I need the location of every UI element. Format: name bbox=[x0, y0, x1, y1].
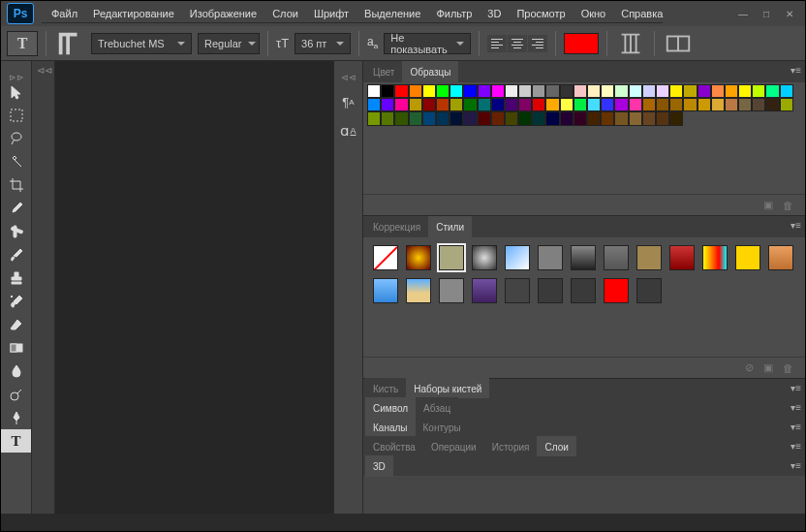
style-preset[interactable] bbox=[505, 245, 530, 270]
swatch[interactable] bbox=[614, 111, 628, 125]
swatch[interactable] bbox=[629, 111, 642, 125]
tab-properties[interactable]: Свойства bbox=[365, 436, 423, 457]
align-left-button[interactable] bbox=[487, 35, 507, 52]
close-icon[interactable]: ✕ bbox=[778, 5, 801, 22]
swatch[interactable] bbox=[545, 111, 559, 125]
tool-preset[interactable]: T bbox=[7, 31, 38, 56]
swatch[interactable] bbox=[698, 84, 711, 98]
swatch[interactable] bbox=[422, 98, 436, 111]
swatch[interactable] bbox=[642, 111, 656, 125]
paragraph-panel-icon[interactable]: ¶A bbox=[338, 92, 359, 111]
swatch[interactable] bbox=[478, 98, 491, 111]
expand-dock-icon[interactable]: ⊲⊲ bbox=[341, 73, 356, 82]
swatch[interactable] bbox=[587, 111, 601, 125]
swatch[interactable] bbox=[394, 111, 408, 125]
swatch[interactable] bbox=[574, 111, 587, 125]
menu-шрифт[interactable]: Шрифт bbox=[314, 8, 349, 19]
swatch[interactable] bbox=[505, 98, 518, 111]
style-preset[interactable] bbox=[571, 278, 596, 303]
tab-color[interactable]: Цвет bbox=[365, 61, 402, 82]
align-center-button[interactable] bbox=[508, 35, 527, 52]
menu-справка[interactable]: Справка bbox=[621, 8, 663, 19]
style-preset[interactable] bbox=[439, 245, 464, 270]
style-preset[interactable] bbox=[538, 278, 563, 303]
swatch[interactable] bbox=[381, 84, 394, 98]
swatch[interactable] bbox=[545, 98, 559, 111]
swatch[interactable] bbox=[587, 84, 601, 98]
font-family-dropdown[interactable]: Trebuchet MS bbox=[91, 33, 192, 54]
swatch[interactable] bbox=[463, 84, 477, 98]
menu-слои[interactable]: Слои bbox=[272, 8, 298, 19]
swatch[interactable] bbox=[532, 98, 545, 111]
swatch[interactable] bbox=[574, 98, 587, 111]
brush-tool[interactable] bbox=[1, 243, 31, 266]
dodge-tool[interactable] bbox=[1, 383, 31, 406]
swatch[interactable] bbox=[725, 84, 738, 98]
style-preset[interactable] bbox=[505, 278, 530, 303]
tab-history[interactable]: История bbox=[484, 436, 538, 457]
swatch[interactable] bbox=[422, 111, 436, 125]
tab-actions[interactable]: Операции bbox=[423, 436, 484, 457]
style-preset[interactable] bbox=[538, 245, 563, 270]
panel-menu-icon[interactable]: ▾≡ bbox=[790, 402, 801, 413]
gradient-tool[interactable] bbox=[1, 336, 31, 360]
panels-toggle-icon[interactable] bbox=[663, 31, 694, 56]
style-preset[interactable] bbox=[406, 245, 431, 270]
menu-файл[interactable]: Файл bbox=[51, 8, 78, 19]
style-preset[interactable] bbox=[735, 245, 760, 270]
swatch[interactable] bbox=[491, 84, 505, 98]
eyedropper-tool[interactable] bbox=[1, 197, 31, 220]
panel-menu-icon[interactable]: ▾≡ bbox=[790, 383, 801, 393]
antialias-dropdown[interactable]: Не показывать bbox=[384, 33, 471, 54]
swatch[interactable] bbox=[642, 98, 656, 111]
swatch[interactable] bbox=[422, 84, 436, 98]
tab-layers[interactable]: Слои bbox=[537, 436, 575, 457]
swatch[interactable] bbox=[683, 98, 697, 111]
swatch[interactable] bbox=[463, 98, 477, 111]
menu-фильтр[interactable]: Фильтр bbox=[436, 8, 472, 19]
style-preset[interactable] bbox=[373, 245, 398, 270]
swatch[interactable] bbox=[436, 84, 450, 98]
minimize-icon[interactable]: — bbox=[731, 5, 755, 22]
swatch[interactable] bbox=[698, 98, 711, 111]
swatch[interactable] bbox=[409, 111, 422, 125]
swatch[interactable] bbox=[765, 84, 779, 98]
swatch[interactable] bbox=[394, 98, 408, 111]
panel-menu-icon[interactable]: ▾≡ bbox=[790, 460, 801, 471]
swatch[interactable] bbox=[711, 84, 725, 98]
swatch[interactable] bbox=[669, 84, 683, 98]
swatch[interactable] bbox=[614, 84, 628, 98]
swatch[interactable] bbox=[656, 111, 669, 125]
tab-correction[interactable]: Коррекция bbox=[365, 216, 428, 237]
swatch[interactable] bbox=[669, 98, 683, 111]
crop-tool[interactable] bbox=[1, 173, 31, 197]
font-size-dropdown[interactable]: 36 пт bbox=[294, 33, 351, 54]
tab-paragraph[interactable]: Абзац bbox=[416, 397, 458, 419]
swatch[interactable] bbox=[629, 98, 642, 111]
pen-tool[interactable] bbox=[1, 406, 31, 429]
move-tool[interactable] bbox=[1, 80, 31, 104]
swatch[interactable] bbox=[587, 98, 601, 111]
swatch[interactable] bbox=[532, 111, 545, 125]
swatch[interactable] bbox=[478, 84, 491, 98]
swatch[interactable] bbox=[601, 98, 614, 111]
panel-menu-icon[interactable]: ▾≡ bbox=[790, 65, 801, 76]
menu-окно[interactable]: Окно bbox=[581, 8, 606, 19]
text-orientation-icon[interactable] bbox=[54, 31, 85, 56]
swatch[interactable] bbox=[545, 84, 559, 98]
swatch[interactable] bbox=[560, 84, 574, 98]
swatch[interactable] bbox=[752, 84, 765, 98]
wand-tool[interactable] bbox=[1, 150, 31, 173]
swatch[interactable] bbox=[450, 111, 463, 125]
menu-выделение[interactable]: Выделение bbox=[364, 8, 420, 19]
character-panel-icon[interactable]: ɑA bbox=[338, 121, 359, 141]
new-swatch-icon[interactable]: ▣ bbox=[763, 199, 773, 211]
swatch[interactable] bbox=[505, 111, 518, 125]
swatch[interactable] bbox=[656, 84, 669, 98]
swatch[interactable] bbox=[683, 84, 697, 98]
blur-tool[interactable] bbox=[1, 360, 31, 383]
swatch[interactable] bbox=[436, 98, 450, 111]
swatch[interactable] bbox=[436, 111, 450, 125]
align-right-button[interactable] bbox=[528, 35, 547, 52]
swatch[interactable] bbox=[765, 98, 779, 111]
